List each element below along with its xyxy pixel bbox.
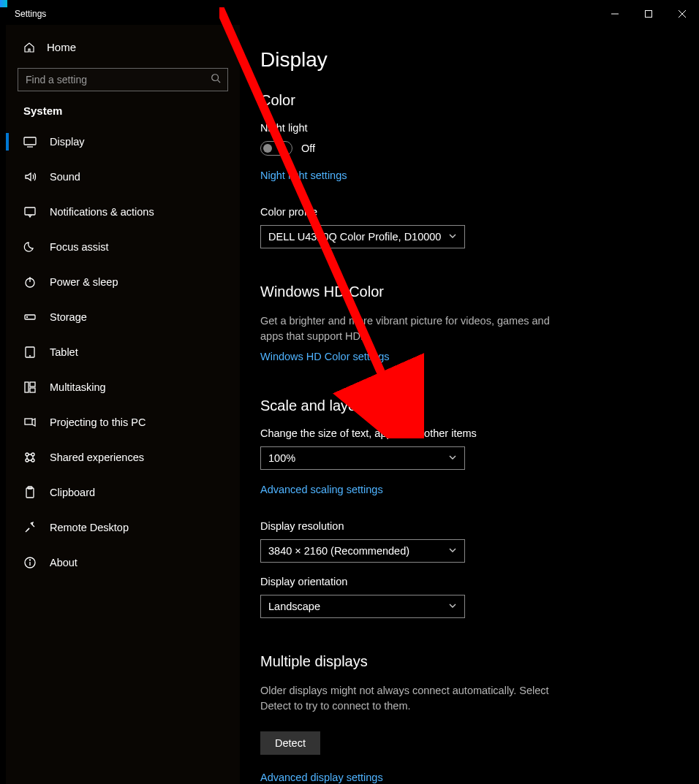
home-label: Home <box>47 41 76 53</box>
close-button[interactable] <box>665 3 699 25</box>
maximize-button[interactable] <box>632 3 665 25</box>
minimize-button[interactable] <box>598 3 632 25</box>
info-icon <box>23 556 37 569</box>
svg-point-27 <box>30 560 31 560</box>
svg-point-19 <box>26 453 29 456</box>
svg-point-12 <box>27 317 28 318</box>
sidebar-item-multitasking[interactable]: Multitasking <box>6 370 240 405</box>
sidebar: Home System DisplaySoundNotifications & … <box>6 25 240 784</box>
page-title: Display <box>260 48 679 72</box>
sidebar-item-label: Display <box>50 136 85 148</box>
main-content: Display Color Night light Off Night ligh… <box>240 25 699 784</box>
sidebar-item-label: About <box>50 557 78 568</box>
night-light-label: Night light <box>260 122 679 134</box>
power-icon <box>23 275 37 289</box>
svg-rect-16 <box>30 382 35 387</box>
orientation-label: Display orientation <box>260 576 679 587</box>
sidebar-item-clipboard[interactable]: Clipboard <box>6 475 240 510</box>
chevron-down-icon <box>448 545 457 557</box>
multitask-icon <box>23 381 37 394</box>
settings-window: Settings Home System DisplaySoundNotific… <box>6 3 699 784</box>
sidebar-item-label: Clipboard <box>50 487 95 498</box>
night-light-toggle[interactable] <box>260 141 292 156</box>
svg-point-20 <box>31 453 34 456</box>
scale-size-value: 100% <box>268 452 295 464</box>
tablet-icon <box>23 346 37 359</box>
svg-rect-15 <box>25 382 29 392</box>
sidebar-item-power-sleep[interactable]: Power & sleep <box>6 264 240 300</box>
clipboard-icon <box>23 486 37 499</box>
sidebar-item-label: Notifications & actions <box>50 206 154 218</box>
sidebar-item-sound[interactable]: Sound <box>6 159 240 194</box>
project-icon <box>23 416 37 429</box>
monitor-icon <box>23 135 37 148</box>
color-profile-select[interactable]: DELL U4320Q Color Profile, D10000 <box>260 225 465 248</box>
sidebar-item-label: Projecting to this PC <box>50 416 146 428</box>
titlebar: Settings <box>6 3 699 25</box>
scale-heading: Scale and layout <box>260 397 679 414</box>
orientation-value: Landscape <box>268 601 320 612</box>
orientation-select[interactable]: Landscape <box>260 595 465 618</box>
chevron-down-icon <box>448 601 457 612</box>
svg-rect-17 <box>30 388 35 392</box>
svg-rect-8 <box>25 208 35 215</box>
resolution-value: 3840 × 2160 (Recommended) <box>268 545 409 557</box>
advanced-scaling-link[interactable]: Advanced scaling settings <box>260 484 383 495</box>
resolution-select[interactable]: 3840 × 2160 (Recommended) <box>260 539 465 563</box>
resolution-label: Display resolution <box>260 520 679 532</box>
scale-size-label: Change the size of text, apps, and other… <box>260 427 679 439</box>
multi-body: Older displays might not always connect … <box>260 683 575 714</box>
sidebar-item-focus-assist[interactable]: Focus assist <box>6 229 240 264</box>
color-heading: Color <box>260 92 679 109</box>
hd-color-body: Get a brighter and more vibrant picture … <box>260 313 575 344</box>
sidebar-item-notifications-actions[interactable]: Notifications & actions <box>6 194 240 229</box>
svg-rect-18 <box>25 419 32 425</box>
storage-icon <box>23 311 37 324</box>
category-title: System <box>6 104 240 124</box>
svg-rect-6 <box>24 137 36 145</box>
multi-heading: Multiple displays <box>260 653 679 670</box>
nav-list: DisplaySoundNotifications & actionsFocus… <box>6 124 240 580</box>
svg-rect-23 <box>26 488 34 498</box>
sidebar-item-label: Power & sleep <box>50 276 118 288</box>
sidebar-item-storage[interactable]: Storage <box>6 300 240 335</box>
sidebar-item-label: Sound <box>50 171 80 183</box>
chevron-down-icon <box>448 452 457 464</box>
color-profile-label: Color profile <box>260 206 679 218</box>
notification-icon <box>23 205 37 218</box>
sidebar-item-display[interactable]: Display <box>6 124 240 159</box>
svg-point-21 <box>26 459 29 462</box>
sidebar-item-label: Shared experiences <box>50 452 144 463</box>
home-icon <box>23 42 35 53</box>
sidebar-item-label: Tablet <box>50 346 78 358</box>
sidebar-item-tablet[interactable]: Tablet <box>6 335 240 370</box>
scale-size-select[interactable]: 100% <box>260 446 465 470</box>
sidebar-item-label: Remote Desktop <box>50 522 129 533</box>
home-button[interactable]: Home <box>6 32 240 62</box>
window-controls <box>598 3 699 25</box>
sound-icon <box>23 170 37 183</box>
detect-button[interactable]: Detect <box>260 731 320 755</box>
svg-rect-1 <box>646 11 652 18</box>
remote-icon <box>23 521 37 534</box>
sidebar-item-remote-desktop[interactable]: Remote Desktop <box>6 510 240 545</box>
moon-icon <box>23 240 37 254</box>
sidebar-item-label: Focus assist <box>50 241 109 253</box>
night-light-settings-link[interactable]: Night light settings <box>260 170 347 181</box>
taskbar-fragment <box>0 0 7 7</box>
hd-color-link[interactable]: Windows HD Color settings <box>260 351 389 362</box>
color-profile-value: DELL U4320Q Color Profile, D10000 <box>268 231 441 243</box>
sidebar-item-projecting-to-this-pc[interactable]: Projecting to this PC <box>6 405 240 440</box>
sidebar-item-shared-experiences[interactable]: Shared experiences <box>6 440 240 475</box>
sidebar-item-label: Multitasking <box>50 381 106 393</box>
svg-line-5 <box>218 80 221 83</box>
night-light-state: Off <box>301 142 315 154</box>
sidebar-item-about[interactable]: About <box>6 545 240 580</box>
search-wrap <box>18 68 228 91</box>
svg-point-22 <box>31 459 34 462</box>
hd-color-heading: Windows HD Color <box>260 283 679 300</box>
search-icon <box>211 73 221 86</box>
share-icon <box>23 451 37 464</box>
search-input[interactable] <box>18 68 228 91</box>
advanced-display-link[interactable]: Advanced display settings <box>260 772 383 783</box>
